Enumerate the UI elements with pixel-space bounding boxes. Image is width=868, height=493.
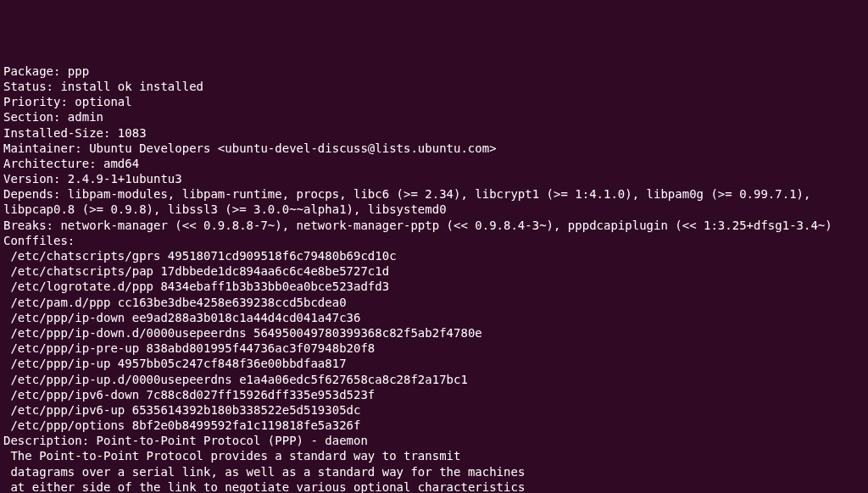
terminal-output: Package: pppStatus: install ok installed… — [3, 64, 865, 493]
terminal-line: Maintainer: Ubuntu Developers <ubuntu-de… — [3, 141, 865, 156]
terminal-line: Package: ppp — [3, 64, 865, 79]
terminal-line: Section: admin — [3, 109, 865, 125]
terminal-line: datagrams over a serial link, as well as… — [3, 464, 865, 479]
terminal-line: Status: install ok installed — [3, 79, 865, 94]
terminal-line: /etc/logrotate.d/ppp 8434ebaff1b3b33bb0e… — [3, 279, 865, 294]
terminal-line: Version: 2.4.9-1+1ubuntu3 — [3, 171, 865, 186]
terminal-line: /etc/ppp/options 8bf2e0b8499592fa1c11981… — [3, 418, 865, 433]
terminal-line: /etc/chatscripts/pap 17dbbede1dc894aa6c6… — [3, 263, 865, 279]
terminal-line: Breaks: network-manager (<< 0.9.8.8-7~),… — [3, 218, 865, 233]
terminal-line: Architecture: amd64 — [3, 156, 865, 171]
terminal-line: /etc/ppp/ip-pre-up 838abd801995f44736ac3… — [3, 341, 865, 356]
terminal-line: /etc/ppp/ipv6-up 6535614392b180b338522e5… — [3, 402, 865, 418]
terminal-line: Depends: libpam-modules, libpam-runtime,… — [3, 186, 865, 217]
terminal-line: /etc/ppp/ip-up.d/0000usepeerdns e1a4a06e… — [3, 372, 865, 387]
terminal-line: /etc/ppp/ip-down ee9ad288a3b018c1a44d4cd… — [3, 310, 865, 325]
terminal-line: /etc/ppp/ip-up 4957bb05c247cf848f36e00bb… — [3, 356, 865, 371]
terminal-line: /etc/ppp/ipv6-down 7c88c8d027ff15926dff3… — [3, 387, 865, 402]
terminal-line: Installed-Size: 1083 — [3, 125, 865, 141]
terminal-line: Description: Point-to-Point Protocol (PP… — [3, 433, 865, 448]
terminal-line: /etc/pam.d/ppp cc163be3dbe4258e639238ccd… — [3, 295, 865, 310]
terminal-line: at either side of the link to negotiate … — [3, 479, 865, 493]
terminal-line: The Point-to-Point Protocol provides a s… — [3, 448, 865, 463]
terminal-line: /etc/ppp/ip-down.d/0000usepeerdns 564950… — [3, 325, 865, 341]
terminal-line: Priority: optional — [3, 94, 865, 109]
terminal-line: Conffiles: — [3, 233, 865, 248]
terminal-line: /etc/chatscripts/gprs 49518071cd909518f6… — [3, 248, 865, 263]
